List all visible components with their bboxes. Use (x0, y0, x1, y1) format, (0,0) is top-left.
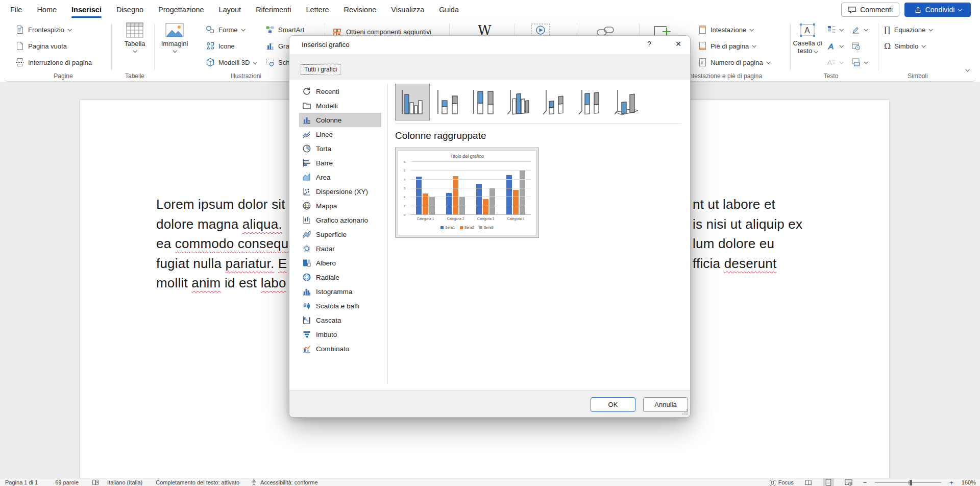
chart-category-dispersione[interactable]: Dispersione (XY) (299, 184, 381, 199)
category-label: Torta (316, 145, 331, 153)
drop-cap-button[interactable]: A (827, 55, 843, 69)
comments-button[interactable]: Commenti (841, 3, 899, 17)
y-tick-label: 0 (404, 213, 405, 216)
wordart-button[interactable]: A (827, 39, 843, 53)
chart-category-mappa[interactable]: Mappa (299, 199, 381, 213)
accessibility-status[interactable]: Accessibilità: conforme (260, 479, 318, 485)
pictures-button[interactable]: Immagini (159, 22, 190, 53)
collapse-ribbon-chevron[interactable] (965, 67, 969, 71)
legend-item: Serie2 (460, 226, 474, 229)
table-button[interactable]: Tabella (119, 22, 150, 53)
subtype-clustered-column-3d[interactable] (502, 84, 537, 120)
subtype-stacked-100-column[interactable] (467, 84, 501, 120)
quick-parts-button[interactable] (827, 22, 843, 37)
page-count[interactable]: Pagina 1 di 1 (5, 479, 38, 485)
footer-icon (698, 41, 707, 51)
cancel-button[interactable]: Annulla (643, 397, 688, 412)
subtype-stacked-100-column-3d[interactable] (574, 84, 608, 120)
chart-button[interactable]: Gra (265, 39, 289, 53)
accessibility-icon[interactable] (251, 479, 257, 486)
dialog-titlebar[interactable]: Inserisci grafico ? ✕ (289, 36, 690, 54)
3d-cube-icon (206, 58, 215, 67)
menu-guida[interactable]: Guida (439, 6, 459, 14)
chart-category-torta[interactable]: Torta (299, 141, 381, 156)
footer-button[interactable]: Piè di pagina (698, 39, 755, 53)
resize-grip[interactable] (682, 409, 688, 415)
menu-disegno[interactable]: Disegno (116, 6, 143, 14)
share-button[interactable]: Condividi (904, 3, 971, 17)
menu-lettere[interactable]: Lettere (306, 6, 329, 14)
chart-category-scatola[interactable]: Scatola e baffi (299, 299, 381, 313)
zoom-in-button[interactable]: + (949, 479, 953, 486)
chart-category-radar[interactable]: Radar (299, 241, 381, 256)
chart-icon (265, 41, 275, 51)
chart-category-imbuto[interactable]: Imbuto (299, 327, 381, 342)
ribbon-frontespizio-button[interactable]: Frontespizio (15, 22, 71, 37)
chart-preview-frame[interactable]: Titolo del grafico 0123456 Categoria 1Ca… (395, 148, 539, 238)
menu-home[interactable]: Home (37, 6, 57, 14)
zoom-out-button[interactable]: − (863, 479, 867, 486)
chart-category-azionario[interactable]: Grafico azionario (299, 213, 381, 227)
subtype-stacked-column-3d[interactable] (538, 84, 573, 120)
chart-category-superficie[interactable]: Superficie (299, 227, 381, 241)
shapes-button[interactable]: Forme (206, 22, 244, 37)
3d-models-button[interactable]: Modelli 3D (206, 55, 256, 69)
chart-category-modelli[interactable]: Modelli (299, 99, 381, 113)
screenshot-button[interactable]: Sch (265, 55, 289, 69)
print-layout-button[interactable] (823, 478, 834, 486)
subtype-column-3d[interactable] (609, 84, 644, 120)
menu-progettazione[interactable]: Progettazione (158, 6, 204, 14)
chart-category-area[interactable]: Area (299, 170, 381, 184)
chart-category-istogramma[interactable]: Istogramma (299, 284, 381, 299)
menu-file[interactable]: File (10, 6, 22, 14)
web-layout-button[interactable] (842, 478, 855, 486)
symbol-button[interactable]: Ω Simbolo (884, 39, 925, 53)
zoom-slider-thumb[interactable] (910, 480, 912, 485)
chart-category-combinato[interactable]: Combinato (299, 342, 381, 356)
y-tick-label: 1 (404, 205, 405, 208)
ribbon-separator (111, 23, 112, 70)
text-completion-status[interactable]: Completamento del testo: attivato (156, 479, 239, 485)
menu-inserisci[interactable]: Inserisci (71, 6, 102, 14)
focus-button[interactable]: Focus (769, 479, 794, 486)
subtype-stacked-column[interactable] (431, 84, 465, 120)
menu-layout[interactable]: Layout (219, 6, 241, 14)
proofing-icon[interactable] (92, 479, 99, 486)
chart-category-recenti[interactable]: Recenti (299, 84, 381, 99)
dispersione-chart-icon (302, 187, 311, 196)
chart-category-cascata[interactable]: Cascata (299, 313, 381, 327)
subtype-clustered-column[interactable] (395, 84, 430, 120)
date-time-button[interactable] (851, 39, 861, 53)
zoom-level[interactable]: 160% (962, 479, 976, 485)
menu-revisione[interactable]: Revisione (344, 6, 377, 14)
zoom-percentage[interactable]: 160% (962, 479, 976, 485)
header-button[interactable]: Intestazione (698, 22, 753, 37)
smartart-button[interactable]: SmartArt (265, 22, 304, 37)
tab-all-charts[interactable]: Tutti i grafici (301, 64, 340, 75)
chart-category-radiale[interactable]: Radiale (299, 270, 381, 284)
text-box-button[interactable]: A Casella ditesto (793, 22, 822, 55)
document-line: ea commodo consequ (156, 236, 288, 252)
menu-riferimenti[interactable]: Riferimenti (256, 6, 291, 14)
page-number-button[interactable]: # Numero di pagina (698, 55, 770, 69)
signature-line-button[interactable] (851, 22, 867, 37)
equation-button[interactable]: ∏ Equazione (884, 22, 932, 37)
close-button[interactable]: ✕ (672, 40, 684, 48)
icons-button[interactable]: Icone (206, 39, 235, 53)
chart-category-linee[interactable]: Linee (299, 127, 381, 141)
object-button[interactable] (851, 55, 867, 69)
chart-category-colonne[interactable]: Colonne (299, 113, 381, 127)
read-mode-button[interactable] (802, 478, 815, 486)
word-count[interactable]: 69 parole (55, 479, 79, 485)
ribbon-interruzione-button[interactable]: Interruzione di pagina (15, 55, 92, 69)
ok-button[interactable]: OK (591, 397, 635, 412)
language-status[interactable]: Italiano (Italia) (107, 479, 142, 485)
help-button[interactable]: ? (644, 40, 655, 48)
chart-category-barre[interactable]: Barre (299, 156, 381, 170)
legend-swatch (479, 226, 482, 229)
menu-visualizza[interactable]: Visualizza (391, 6, 424, 14)
zoom-slider[interactable] (875, 482, 941, 483)
ribbon-pagina-vuota-button[interactable]: Pagina vuota (15, 39, 67, 53)
category-label: Mappa (316, 202, 337, 210)
chart-category-albero[interactable]: Albero (299, 256, 381, 270)
